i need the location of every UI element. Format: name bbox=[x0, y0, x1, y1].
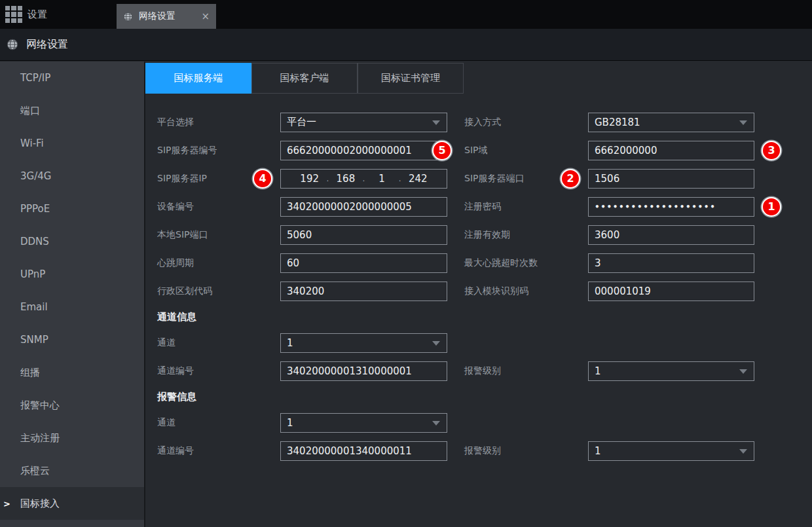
alarm-channel-select[interactable]: 1 bbox=[280, 413, 447, 433]
channel-select[interactable]: 1 bbox=[280, 333, 447, 353]
register-valid-period-label: 注册有效期 bbox=[447, 229, 588, 241]
alarm-channel-id-label: 通道编号 bbox=[157, 445, 280, 457]
ip-octet: 242 bbox=[401, 173, 435, 185]
ip-octet: 1 bbox=[365, 173, 398, 185]
annotation-badge-4: 4 bbox=[253, 169, 272, 189]
page-title: 网络设置 bbox=[26, 38, 68, 52]
local-sip-port-label: 本地SIP端口 bbox=[157, 229, 280, 241]
alarm-level-label: 报警级别 bbox=[447, 365, 588, 377]
globe-icon bbox=[123, 12, 133, 22]
apps-grid-icon[interactable] bbox=[5, 6, 22, 23]
close-icon[interactable]: × bbox=[201, 10, 210, 22]
sidebar-item-port[interactable]: 端口 bbox=[0, 94, 144, 127]
dropdown-arrow-icon bbox=[432, 341, 440, 346]
tab-network-settings-window[interactable]: 网络设置 × bbox=[117, 4, 216, 29]
sidebar-item-lechange-cloud[interactable]: 乐橙云 bbox=[0, 454, 144, 487]
max-heartbeat-timeout-label: 最大心跳超时次数 bbox=[447, 257, 588, 269]
form-row: SIP服务器编号 66620000002000000001 5 SIP域 666… bbox=[157, 136, 812, 164]
sip-server-port-input[interactable]: 1506 bbox=[588, 169, 754, 189]
alarm-channel-id-input[interactable]: 34020000001340000011 bbox=[280, 441, 447, 461]
tab-gb-client[interactable]: 国标客户端 bbox=[251, 63, 358, 94]
platform-label: 平台选择 bbox=[157, 117, 280, 128]
admin-region-code-input[interactable]: 340200 bbox=[280, 282, 447, 301]
heartbeat-cycle-label: 心跳周期 bbox=[157, 257, 280, 269]
alarm-level2-select[interactable]: 1 bbox=[588, 441, 754, 461]
sidebar-item-pppoe[interactable]: PPPoE bbox=[0, 192, 144, 225]
channel-select-label: 通道 bbox=[157, 337, 280, 349]
form-row: 通道编号 34020000001340000011 报警级别 1 bbox=[157, 437, 812, 465]
channel-id-input[interactable]: 34020000001310000001 bbox=[280, 361, 447, 381]
select-value: 1 bbox=[595, 365, 601, 377]
annotation-badge-1: 1 bbox=[762, 197, 781, 217]
select-value: 1 bbox=[287, 417, 293, 429]
dropdown-arrow-icon bbox=[432, 421, 440, 426]
access-module-id-input[interactable]: 000001019 bbox=[588, 282, 754, 301]
form-row: 通道 1 bbox=[157, 329, 812, 357]
annotation-badge-3: 3 bbox=[762, 141, 781, 160]
dropdown-arrow-icon bbox=[739, 369, 747, 374]
channel-info-section-title: 通道信息 bbox=[157, 305, 812, 329]
local-sip-port-input[interactable]: 5060 bbox=[280, 225, 447, 245]
sidebar-item-alarm-center[interactable]: 报警中心 bbox=[0, 389, 144, 422]
sidebar-item-snmp[interactable]: SNMP bbox=[0, 323, 144, 356]
chevron-right-icon: > bbox=[3, 499, 10, 509]
alarm-info-section-title: 报警信息 bbox=[157, 385, 812, 409]
sidebar-item-gb-access[interactable]: > 国标接入 bbox=[0, 487, 144, 520]
ip-octet: 168 bbox=[329, 173, 362, 185]
max-heartbeat-timeout-input[interactable]: 3 bbox=[588, 253, 754, 273]
platform-select[interactable]: 平台一 bbox=[280, 113, 447, 132]
gb-server-form: 平台选择 平台一 接入方式 GB28181 SIP服务器编号 bbox=[145, 108, 812, 465]
sidebar-item-ddns[interactable]: DDNS bbox=[0, 225, 144, 258]
sidebar-item-multicast[interactable]: 组播 bbox=[0, 356, 144, 389]
sip-domain-input[interactable]: 6662000000 bbox=[588, 141, 754, 160]
sidebar-item-tcpip[interactable]: TCP/IP bbox=[0, 62, 144, 94]
heartbeat-cycle-input[interactable]: 60 bbox=[280, 253, 447, 273]
sip-server-ip-input[interactable]: 192 . 168 . 1 . 242 bbox=[280, 169, 447, 189]
panel-tabs: 国标服务端 国标客户端 国标证书管理 bbox=[145, 63, 812, 94]
sidebar-item-wifi[interactable]: Wi-Fi bbox=[0, 127, 144, 160]
dropdown-arrow-icon bbox=[739, 120, 747, 125]
sip-domain-label: SIP域 bbox=[447, 145, 588, 156]
form-row: 本地SIP端口 5060 注册有效期 3600 bbox=[157, 221, 812, 249]
admin-region-code-label: 行政区划代码 bbox=[157, 285, 280, 297]
form-row: 平台选择 平台一 接入方式 GB28181 bbox=[157, 108, 812, 136]
alarm-level2-label: 报警级别 bbox=[447, 445, 588, 457]
register-password-label: 注册密码 bbox=[447, 201, 588, 213]
register-password-input[interactable]: •••••••••••••••••••• bbox=[588, 197, 754, 217]
sidebar-item-email[interactable]: Email bbox=[0, 291, 144, 323]
gb-access-panel: 国标服务端 国标客户端 国标证书管理 平台选择 平台一 接入方式 GB28181 bbox=[145, 62, 812, 527]
tab-gb-cert-management[interactable]: 国标证书管理 bbox=[358, 63, 464, 94]
sidebar-item-label: 国标接入 bbox=[20, 498, 60, 510]
select-value: 1 bbox=[287, 337, 293, 349]
device-id-input[interactable]: 34020000002000000005 bbox=[280, 197, 447, 217]
access-module-id-label: 接入模块识别码 bbox=[447, 285, 588, 297]
select-value: 平台一 bbox=[287, 116, 316, 128]
alarm-channel-select-label: 通道 bbox=[157, 417, 280, 429]
alarm-level-select[interactable]: 1 bbox=[588, 361, 754, 381]
select-value: GB28181 bbox=[595, 117, 640, 128]
page-header: 网络设置 bbox=[0, 29, 812, 61]
sidebar-item-auto-register[interactable]: 主动注册 bbox=[0, 422, 144, 454]
settings-sidebar: TCP/IP 端口 Wi-Fi 3G/4G PPPoE DDNS UPnP Em… bbox=[0, 62, 145, 527]
form-row: SIP服务器IP 192 . 168 . 1 . 242 4 SIP服务器端口 bbox=[157, 164, 812, 192]
annotation-badge-5: 5 bbox=[432, 141, 452, 160]
tab-gb-server[interactable]: 国标服务端 bbox=[145, 63, 251, 94]
ip-octet: 192 bbox=[293, 173, 326, 185]
dropdown-arrow-icon bbox=[432, 120, 440, 125]
window-tab-label: 网络设置 bbox=[139, 10, 175, 22]
form-row: 通道编号 34020000001310000001 报警级别 1 bbox=[157, 357, 812, 385]
access-type-select[interactable]: GB28181 bbox=[588, 113, 754, 132]
sidebar-item-3g4g[interactable]: 3G/4G bbox=[0, 160, 144, 192]
form-row: 行政区划代码 340200 接入模块识别码 000001019 bbox=[157, 277, 812, 305]
select-value: 1 bbox=[595, 445, 601, 457]
form-row: 通道 1 bbox=[157, 409, 812, 437]
sidebar-item-upnp[interactable]: UPnP bbox=[0, 258, 144, 291]
register-valid-period-input[interactable]: 3600 bbox=[588, 225, 754, 245]
dropdown-arrow-icon bbox=[739, 449, 747, 454]
sip-server-id-input[interactable]: 66620000002000000001 bbox=[280, 141, 447, 160]
tab-settings-home[interactable]: 设置 bbox=[28, 0, 47, 29]
sip-server-id-label: SIP服务器编号 bbox=[157, 145, 280, 156]
annotation-badge-2: 2 bbox=[561, 169, 580, 189]
form-row: 设备编号 34020000002000000005 注册密码 •••••••••… bbox=[157, 192, 812, 221]
globe-icon bbox=[7, 39, 18, 50]
